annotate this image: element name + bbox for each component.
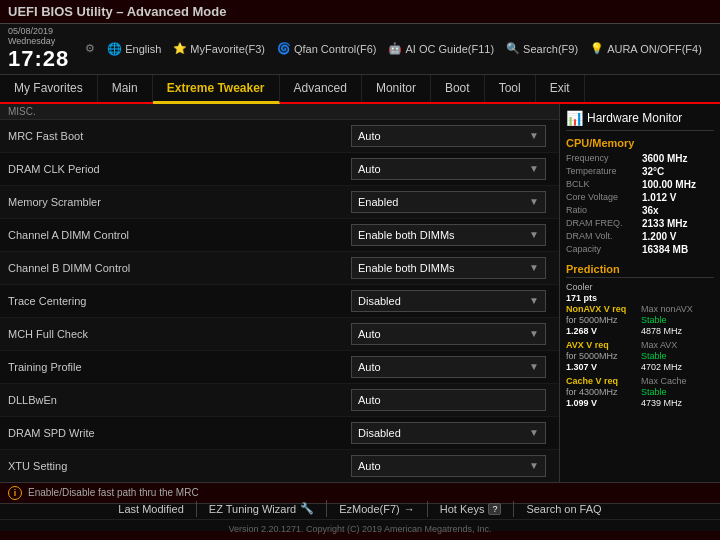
settings-panel: MISC. MRC Fast BootAuto▼DRAM CLK PeriodA… bbox=[0, 104, 560, 482]
footer-search-faq[interactable]: Search on FAQ bbox=[514, 501, 613, 517]
setting-label: DRAM CLK Period bbox=[8, 163, 351, 175]
cooler-value: 171 pts bbox=[566, 293, 714, 303]
dropdown-arrow-icon: ▼ bbox=[529, 163, 539, 174]
dropdown-arrow-icon: ▼ bbox=[529, 130, 539, 141]
prediction-title: Prediction bbox=[566, 263, 714, 278]
setting-dropdown[interactable]: Auto▼ bbox=[351, 158, 546, 180]
hw-stat-value: 16384 MB bbox=[642, 244, 714, 255]
setting-row: Channel B DIMM ControlEnable both DIMMs▼ bbox=[0, 252, 559, 285]
language-button[interactable]: 🌐 English bbox=[107, 42, 161, 56]
prediction-row: NonAVX V req for 5000MHz 1.268 V Max non… bbox=[566, 304, 714, 337]
misc-section-label: MISC. bbox=[0, 104, 559, 120]
pred-left-sub: for 5000MHz bbox=[566, 351, 639, 361]
setting-row: DRAM CLK PeriodAuto▼ bbox=[0, 153, 559, 186]
setting-value-container: Auto bbox=[351, 389, 551, 411]
nav-boot[interactable]: Boot bbox=[431, 75, 485, 102]
setting-label: Trace Centering bbox=[8, 295, 351, 307]
setting-dropdown[interactable]: Auto▼ bbox=[351, 455, 546, 477]
dropdown-value: Enabled bbox=[358, 196, 398, 208]
setting-value-container: Auto▼ bbox=[351, 158, 551, 180]
pred-right-label: Max Cache bbox=[641, 376, 714, 386]
pred-freq-value: 4878 MHz bbox=[641, 326, 714, 336]
setting-dropdown[interactable]: Enable both DIMMs▼ bbox=[351, 224, 546, 246]
footer: Last Modified EZ Tuning Wizard 🔧 EzMode(… bbox=[0, 503, 720, 531]
aioc-button[interactable]: 🤖 AI OC Guide(F11) bbox=[388, 42, 494, 55]
prediction-section: Prediction Cooler 171 pts NonAVX V req f… bbox=[566, 263, 714, 409]
setting-value-container: Enable both DIMMs▼ bbox=[351, 224, 551, 246]
dropdown-value: Auto bbox=[358, 130, 381, 142]
info-text: Enable/Disable fast path thru the MRC bbox=[28, 487, 199, 498]
setting-dropdown[interactable]: Enable both DIMMs▼ bbox=[351, 257, 546, 279]
pred-right-value: Stable bbox=[641, 351, 714, 361]
hw-stat-label: Ratio bbox=[566, 205, 638, 216]
pred-right-value: Stable bbox=[641, 315, 714, 325]
search-icon: 🔍 bbox=[506, 42, 520, 55]
qfan-label: Qfan Control(F6) bbox=[294, 43, 377, 55]
prediction-right-col: Max AVX Stable 4702 MHz bbox=[641, 340, 714, 373]
nav-monitor[interactable]: Monitor bbox=[362, 75, 431, 102]
search-button[interactable]: 🔍 Search(F9) bbox=[506, 42, 578, 55]
footer-hotkeys[interactable]: Hot Keys ? bbox=[428, 501, 515, 517]
setting-value-container: Auto▼ bbox=[351, 455, 551, 477]
dropdown-value: Auto bbox=[358, 163, 381, 175]
cooler-stat: Cooler bbox=[566, 282, 714, 292]
setting-row: DRAM SPD WriteDisabled▼ bbox=[0, 417, 559, 450]
setting-dropdown[interactable]: Enabled▼ bbox=[351, 191, 546, 213]
setting-label: MRC Fast Boot bbox=[8, 130, 351, 142]
nav-tool[interactable]: Tool bbox=[485, 75, 536, 102]
setting-dropdown[interactable]: Auto▼ bbox=[351, 125, 546, 147]
hw-stat-label: DRAM Volt. bbox=[566, 231, 638, 242]
footer-ezmode[interactable]: EzMode(F7) → bbox=[327, 501, 428, 517]
hw-monitor-label: Hardware Monitor bbox=[587, 111, 682, 125]
aura-icon: 💡 bbox=[590, 42, 604, 55]
setting-row: MCH Full CheckAuto▼ bbox=[0, 318, 559, 351]
dropdown-arrow-icon: ▼ bbox=[529, 460, 539, 471]
footer-last-modified[interactable]: Last Modified bbox=[106, 501, 196, 517]
setting-row: XTU SettingAuto▼ bbox=[0, 450, 559, 482]
setting-row: Channel A DIMM ControlEnable both DIMMs▼ bbox=[0, 219, 559, 252]
setting-value-container: Auto▼ bbox=[351, 356, 551, 378]
dropdown-value: Enable both DIMMs bbox=[358, 229, 455, 241]
settings-gear-icon[interactable]: ⚙ bbox=[85, 42, 95, 55]
dropdown-arrow-icon: ▼ bbox=[529, 328, 539, 339]
prediction-left-col: NonAVX V req for 5000MHz 1.268 V bbox=[566, 304, 639, 337]
aura-button[interactable]: 💡 AURA ON/OFF(F4) bbox=[590, 42, 702, 55]
setting-value-container: Auto▼ bbox=[351, 125, 551, 147]
setting-value-container: Auto▼ bbox=[351, 323, 551, 345]
myfavorites-button[interactable]: ⭐ MyFavorite(F3) bbox=[173, 42, 265, 55]
title-bar: UEFI BIOS Utility – Advanced Mode bbox=[0, 0, 720, 24]
nav-main[interactable]: Main bbox=[98, 75, 153, 102]
setting-dropdown[interactable]: Auto▼ bbox=[351, 356, 546, 378]
dropdown-arrow-icon: ▼ bbox=[529, 295, 539, 306]
hw-monitor-title: 📊 Hardware Monitor bbox=[566, 110, 714, 131]
dropdown-arrow-icon: ▼ bbox=[529, 196, 539, 207]
hw-stat-value: 1.200 V bbox=[642, 231, 714, 242]
qfan-button[interactable]: 🌀 Qfan Control(F6) bbox=[277, 42, 377, 55]
setting-label: MCH Full Check bbox=[8, 328, 351, 340]
setting-label: Memory Scrambler bbox=[8, 196, 351, 208]
hw-stat-value: 36x bbox=[642, 205, 714, 216]
prediction-right-col: Max Cache Stable 4739 MHz bbox=[641, 376, 714, 409]
setting-dropdown[interactable]: Disabled▼ bbox=[351, 290, 546, 312]
footer-ez-tuning[interactable]: EZ Tuning Wizard 🔧 bbox=[197, 500, 327, 517]
qfan-icon: 🌀 bbox=[277, 42, 291, 55]
aioc-label: AI OC Guide(F11) bbox=[405, 43, 494, 55]
hw-stat-value: 2133 MHz bbox=[642, 218, 714, 229]
nav-advanced[interactable]: Advanced bbox=[280, 75, 362, 102]
nav-exit[interactable]: Exit bbox=[536, 75, 585, 102]
nav-extreme-tweaker[interactable]: Extreme Tweaker bbox=[153, 75, 280, 104]
pred-left-value: 1.268 V bbox=[566, 326, 639, 336]
dropdown-value: Auto bbox=[358, 361, 381, 373]
setting-dropdown[interactable]: Auto▼ bbox=[351, 323, 546, 345]
setting-value-container: Disabled▼ bbox=[351, 422, 551, 444]
setting-value-container: Enabled▼ bbox=[351, 191, 551, 213]
ezmode-arrow-icon: → bbox=[404, 503, 415, 515]
nav-favorites[interactable]: My Favorites bbox=[0, 75, 98, 102]
setting-dropdown[interactable]: Disabled▼ bbox=[351, 422, 546, 444]
search-label: Search(F9) bbox=[523, 43, 578, 55]
bios-title: UEFI BIOS Utility – Advanced Mode bbox=[8, 4, 226, 19]
pred-left-value: 1.099 V bbox=[566, 398, 639, 408]
hw-stat-value: 3600 MHz bbox=[642, 153, 714, 164]
hw-stat-label: Frequency bbox=[566, 153, 638, 164]
hw-stat-label: Capacity bbox=[566, 244, 638, 255]
